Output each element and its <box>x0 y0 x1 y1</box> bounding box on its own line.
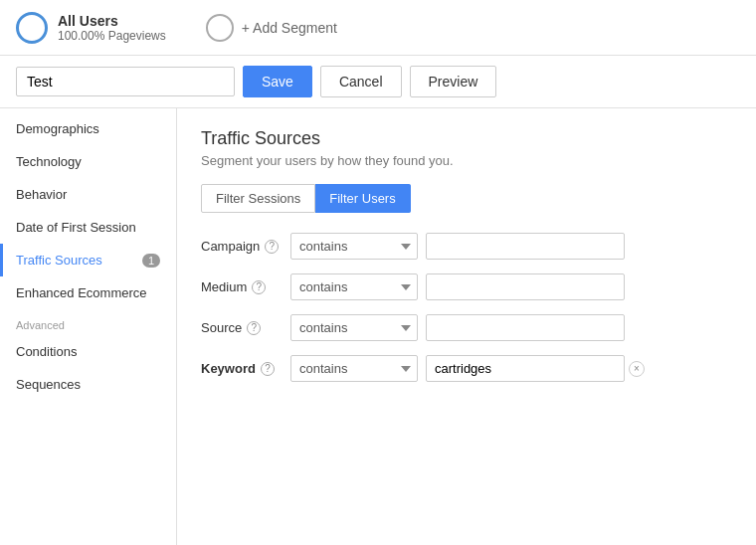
filter-tab-sessions[interactable]: Filter Sessions <box>201 184 315 213</box>
sidebar-item-sequences[interactable]: Sequences <box>0 368 176 401</box>
segment-info: All Users 100.00% Pageviews <box>58 13 166 43</box>
filter-row-campaign: Campaign ? contains does not contain exa… <box>201 233 732 260</box>
keyword-help-icon[interactable]: ? <box>261 362 275 376</box>
top-bar: All Users 100.00% Pageviews + Add Segmen… <box>0 0 756 56</box>
sidebar-item-label: Date of First Session <box>16 220 136 235</box>
sidebar-item-demographics[interactable]: Demographics <box>0 112 176 145</box>
campaign-operator-select[interactable]: contains does not contain exactly matche… <box>290 233 418 260</box>
sidebar-item-label: Technology <box>16 154 82 169</box>
filter-row-keyword: Keyword ? contains does not contain exac… <box>201 355 732 382</box>
keyword-operator-select[interactable]: contains does not contain exactly matche… <box>290 355 418 382</box>
preview-button[interactable]: Preview <box>410 66 497 97</box>
campaign-help-icon[interactable]: ? <box>265 240 279 254</box>
content-area: Traffic Sources Segment your users by ho… <box>177 108 756 545</box>
source-help-icon[interactable]: ? <box>247 321 261 335</box>
source-operator-select[interactable]: contains does not contain exactly matche… <box>290 314 418 341</box>
sidebar-item-date-of-first-session[interactable]: Date of First Session <box>0 211 176 244</box>
segment-name-input[interactable] <box>16 67 235 96</box>
filter-tab-users[interactable]: Filter Users <box>315 184 410 213</box>
sidebar-item-label: Behavior <box>16 187 67 202</box>
source-value-input[interactable] <box>426 314 625 341</box>
segment-name: All Users <box>58 13 166 29</box>
medium-value-input[interactable] <box>426 273 625 300</box>
filter-tabs: Filter Sessions Filter Users <box>201 184 732 213</box>
filter-row-medium: Medium ? contains does not contain exact… <box>201 273 732 300</box>
filter-row-source: Source ? contains does not contain exact… <box>201 314 732 341</box>
filter-label-medium: Medium ? <box>201 279 290 294</box>
sidebar-badge: 1 <box>142 254 160 268</box>
medium-operator-select[interactable]: contains does not contain exactly matche… <box>290 273 418 300</box>
content-subtitle: Segment your users by how they found you… <box>201 153 732 168</box>
sidebar-item-traffic-sources[interactable]: Traffic Sources 1 <box>0 244 176 276</box>
sidebar-item-label: Demographics <box>16 121 99 136</box>
add-segment-circle-icon <box>206 14 234 42</box>
add-segment-label: + Add Segment <box>242 20 337 36</box>
sidebar-item-label: Sequences <box>16 377 81 392</box>
sidebar-item-behavior[interactable]: Behavior <box>0 178 176 211</box>
segment-circle-icon <box>16 12 48 44</box>
filter-label-keyword: Keyword ? <box>201 361 290 376</box>
sidebar-item-label: Traffic Sources <box>16 253 102 268</box>
toolbar: Save Cancel Preview <box>0 56 756 108</box>
filter-label-campaign: Campaign ? <box>201 239 290 254</box>
cancel-button[interactable]: Cancel <box>320 66 402 97</box>
keyword-input-group: × <box>426 355 645 382</box>
save-button[interactable]: Save <box>243 66 312 97</box>
keyword-value-input[interactable] <box>426 355 625 382</box>
keyword-clear-icon[interactable]: × <box>629 361 645 377</box>
main-content: Demographics Technology Behavior Date of… <box>0 108 756 545</box>
filter-label-source: Source ? <box>201 320 290 335</box>
sidebar-item-enhanced-ecommerce[interactable]: Enhanced Ecommerce <box>0 276 176 309</box>
sidebar-item-conditions[interactable]: Conditions <box>0 335 176 368</box>
sidebar-item-label: Conditions <box>16 344 77 359</box>
sidebar-section-advanced: Advanced <box>0 309 176 335</box>
add-segment-button[interactable]: + Add Segment <box>206 14 337 42</box>
segment-pageviews: 100.00% Pageviews <box>58 29 166 43</box>
sidebar-item-label: Enhanced Ecommerce <box>16 285 147 300</box>
sidebar: Demographics Technology Behavior Date of… <box>0 108 177 545</box>
content-title: Traffic Sources <box>201 128 732 149</box>
sidebar-item-technology[interactable]: Technology <box>0 145 176 178</box>
campaign-value-input[interactable] <box>426 233 625 260</box>
medium-help-icon[interactable]: ? <box>252 280 266 294</box>
